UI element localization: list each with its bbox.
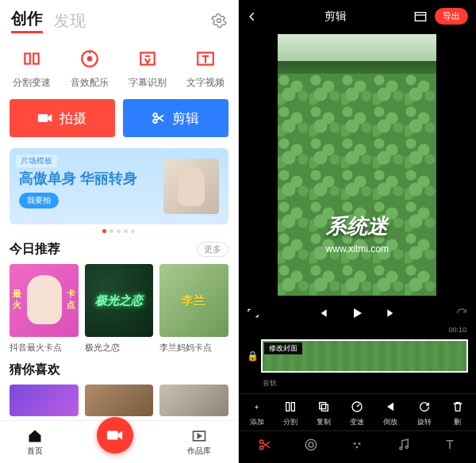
tool-reverse[interactable]: 倒放 xyxy=(382,399,398,427)
rotate-icon xyxy=(416,399,432,415)
svg-rect-13 xyxy=(286,403,289,411)
top-tabs: 创作 发现 xyxy=(0,0,238,38)
copy-icon xyxy=(316,399,332,415)
primary-actions: 拍摄 剪辑 xyxy=(0,99,238,148)
back-icon[interactable] xyxy=(247,11,258,22)
svg-rect-14 xyxy=(291,403,294,411)
prev-frame-icon[interactable] xyxy=(317,308,328,319)
svg-point-21 xyxy=(305,439,317,450)
aspect-icon[interactable] xyxy=(414,11,427,22)
section-like-header: 猜你喜欢 xyxy=(0,362,238,385)
svg-rect-7 xyxy=(38,114,48,122)
tool-label: 复制 xyxy=(317,417,331,427)
svg-point-0 xyxy=(217,19,221,23)
tab-music-icon[interactable] xyxy=(395,436,413,453)
card-captions: 抖音最火卡点 极光之恋 李兰妈妈卡点 xyxy=(0,342,238,362)
edit-button[interactable]: 剪辑 xyxy=(123,99,228,137)
more-button[interactable]: 更多 xyxy=(197,242,228,257)
card-lilan[interactable]: 李兰 xyxy=(159,264,228,337)
nav-library[interactable]: 作品库 xyxy=(187,428,211,457)
svg-point-26 xyxy=(405,446,408,449)
svg-point-22 xyxy=(354,442,356,445)
play-icon[interactable] xyxy=(351,307,363,320)
card-title: 极光之恋 xyxy=(95,293,143,308)
svg-rect-2 xyxy=(34,54,39,64)
playback-controls xyxy=(239,300,477,326)
timeline[interactable]: 🔒 修改封面 xyxy=(247,337,469,375)
svg-rect-16 xyxy=(321,404,328,411)
tool-delete[interactable]: 删 xyxy=(450,399,466,427)
banner-cta[interactable]: 我要拍 xyxy=(19,193,59,209)
tab-filter-icon[interactable] xyxy=(302,436,320,453)
nav-home[interactable]: 首页 xyxy=(27,428,43,457)
camera-icon xyxy=(106,428,124,442)
tab-cut-icon[interactable] xyxy=(256,436,274,453)
video-preview[interactable]: 系统迷 www.xitmi.com xyxy=(278,34,436,296)
video-clip[interactable]: 修改封面 xyxy=(261,339,469,373)
tool-label: 分割 xyxy=(283,417,298,427)
svg-rect-1 xyxy=(25,54,30,64)
card-hot[interactable]: 最 火 卡 点 xyxy=(10,264,79,337)
camera-icon xyxy=(37,112,53,124)
like-card[interactable] xyxy=(159,385,228,416)
editor-header: 剪辑 导出 xyxy=(239,0,477,29)
tool-label: 音效配乐 xyxy=(71,76,109,90)
edit-label: 剪辑 xyxy=(172,109,199,128)
template-banner[interactable]: 片场模板 高傲单身 华丽转身 我要拍 xyxy=(10,148,228,224)
tool-speed[interactable]: 变速 xyxy=(349,399,365,427)
tool-subtitle[interactable]: 字幕识别 xyxy=(129,46,167,90)
split-icon xyxy=(282,399,298,415)
tool-label: 分割变速 xyxy=(13,76,51,90)
tool-text-video[interactable]: 文字视频 xyxy=(186,46,225,90)
scissors-icon xyxy=(152,111,166,125)
track-label: 音轨 xyxy=(239,378,477,393)
settings-icon[interactable] xyxy=(211,13,227,29)
tab-sticker-icon[interactable] xyxy=(348,436,366,453)
section-title: 猜你喜欢 xyxy=(10,362,60,378)
export-button[interactable]: 导出 xyxy=(435,8,468,25)
tab-text-icon[interactable] xyxy=(441,436,459,453)
tool-label: 文字视频 xyxy=(186,76,225,90)
tab-create[interactable]: 创作 xyxy=(11,8,43,33)
banner-title: 高傲单身 华丽转身 xyxy=(19,169,137,188)
caption: 李兰妈妈卡点 xyxy=(159,342,228,354)
card-aurora[interactable]: 极光之恋 xyxy=(85,264,154,337)
fit-icon[interactable] xyxy=(247,308,259,319)
card-title: 李兰 xyxy=(182,293,205,308)
svg-point-24 xyxy=(356,446,359,449)
tool-label: 添加 xyxy=(250,417,264,427)
next-frame-icon[interactable] xyxy=(386,308,397,319)
banner-dots xyxy=(0,229,238,233)
tool-label: 删 xyxy=(454,417,461,427)
tool-row: 分割变速 音效配乐 字幕识别 文字视频 xyxy=(0,38,238,99)
editor-bottom-tabs xyxy=(239,430,477,460)
svg-point-19 xyxy=(259,446,263,450)
watermark-url: www.xitmi.com xyxy=(278,243,436,254)
tool-add[interactable]: ＋添加 xyxy=(249,399,265,427)
svg-rect-12 xyxy=(415,12,425,21)
banner-tag: 片场模板 xyxy=(16,155,57,167)
like-card[interactable] xyxy=(10,385,79,416)
subtitle-icon xyxy=(135,46,160,71)
card-right-text: 卡 点 xyxy=(67,288,75,310)
timecode: 00:10 xyxy=(239,326,477,335)
like-card[interactable] xyxy=(85,385,154,416)
cover-button[interactable]: 修改封面 xyxy=(264,342,302,354)
editor-screen: 剪辑 导出 系统迷 www.xitmi.com 00:10 🔒 修改封面 音轨 … xyxy=(239,0,477,463)
tool-copy[interactable]: 复制 xyxy=(316,399,332,427)
tool-rotate[interactable]: 旋转 xyxy=(416,399,432,427)
tool-split-speed[interactable]: 分割变速 xyxy=(13,46,51,90)
svg-point-25 xyxy=(399,447,401,450)
tool-split[interactable]: 分割 xyxy=(282,399,298,427)
plus-icon: ＋ xyxy=(249,399,265,415)
nav-record[interactable] xyxy=(97,417,133,453)
lock-icon[interactable]: 🔒 xyxy=(247,350,261,362)
tab-discover[interactable]: 发现 xyxy=(54,10,86,32)
caption: 极光之恋 xyxy=(85,342,154,354)
redo-icon[interactable] xyxy=(455,308,468,319)
tool-audio[interactable]: 音效配乐 xyxy=(71,46,109,90)
svg-point-20 xyxy=(309,442,313,447)
watermark-text: 系统迷 xyxy=(278,212,436,240)
shoot-button[interactable]: 拍摄 xyxy=(10,99,115,137)
banner-photo xyxy=(163,159,219,214)
